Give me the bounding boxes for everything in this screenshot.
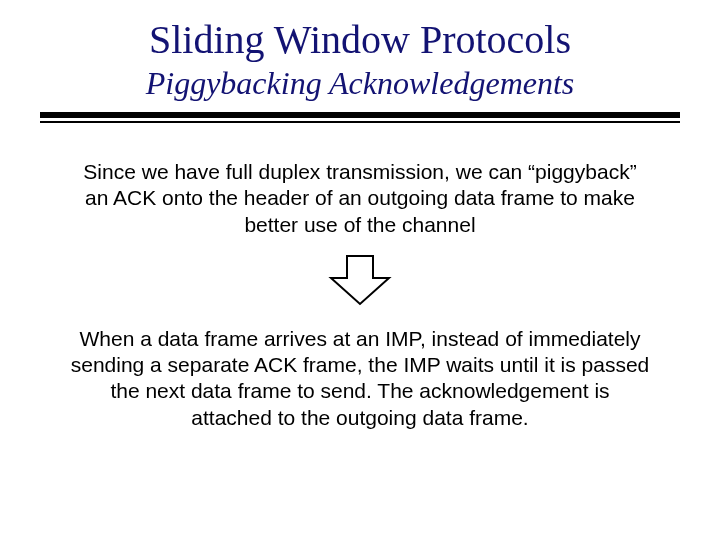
paragraph-1: Since we have full duplex transmission, … [80, 159, 640, 238]
down-arrow-icon [325, 254, 395, 308]
down-arrow-container [40, 254, 680, 308]
divider-thin [40, 121, 680, 123]
svg-marker-0 [331, 256, 389, 304]
paragraph-2: When a data frame arrives at an IMP, ins… [70, 326, 650, 431]
slide-title: Sliding Window Protocols [40, 16, 680, 63]
title-divider [40, 112, 680, 123]
divider-thick [40, 112, 680, 118]
slide-body: Since we have full duplex transmission, … [40, 159, 680, 431]
slide-subtitle: Piggybacking Acknowledgements [40, 65, 680, 102]
slide: Sliding Window Protocols Piggybacking Ac… [0, 0, 720, 540]
